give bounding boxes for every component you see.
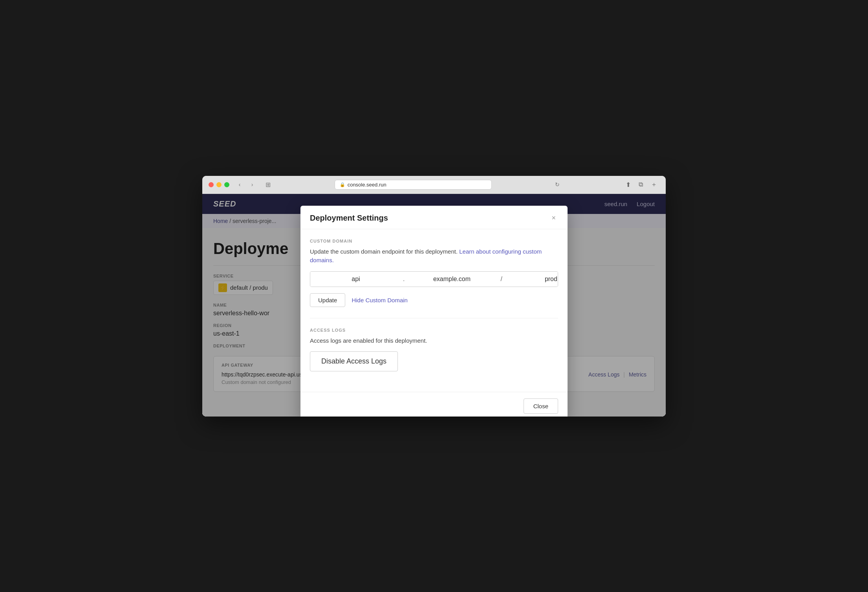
- custom-domain-section: CUSTOM DOMAIN Update the custom domain e…: [310, 239, 558, 307]
- custom-domain-desc-text: Update the custom domain endpoint for th…: [310, 248, 459, 255]
- deployment-settings-modal: Deployment Settings × CUSTOM DOMAIN Upda…: [300, 206, 568, 417]
- disable-access-logs-button[interactable]: Disable Access Logs: [310, 351, 398, 371]
- access-logs-description: Access logs are enabled for this deploym…: [310, 336, 558, 345]
- tabs-button[interactable]: ⧉: [636, 180, 645, 190]
- modal-footer-close-button[interactable]: Close: [524, 398, 558, 414]
- modal-body: CUSTOM DOMAIN Update the custom domain e…: [300, 229, 568, 392]
- custom-domain-buttons: Update Hide Custom Domain: [310, 293, 558, 307]
- address-bar: 🔒 console.seed.run: [335, 180, 492, 190]
- reload-button[interactable]: ↻: [553, 181, 562, 188]
- forward-button[interactable]: ›: [247, 180, 258, 189]
- custom-domain-description: Update the custom domain endpoint for th…: [310, 247, 558, 265]
- domain-suffix-input[interactable]: [505, 272, 558, 287]
- share-button[interactable]: ⬆: [623, 180, 633, 190]
- domain-input-row: . /: [310, 271, 558, 287]
- new-tab-button[interactable]: ＋: [648, 180, 659, 190]
- lock-icon: 🔒: [340, 182, 345, 187]
- modal-overlay: Deployment Settings × CUSTOM DOMAIN Upda…: [202, 194, 666, 417]
- modal-header: Deployment Settings ×: [300, 206, 568, 229]
- maximize-traffic-light[interactable]: [224, 182, 229, 187]
- minimize-traffic-light[interactable]: [216, 182, 222, 187]
- sidebar-toggle-button[interactable]: ⊞: [262, 180, 273, 189]
- custom-domain-title: CUSTOM DOMAIN: [310, 239, 558, 243]
- access-logs-title: ACCESS LOGS: [310, 328, 558, 333]
- domain-prefix-input[interactable]: [310, 272, 401, 287]
- domain-main-input[interactable]: [406, 272, 497, 287]
- update-domain-button[interactable]: Update: [310, 293, 345, 307]
- access-logs-section: ACCESS LOGS Access logs are enabled for …: [310, 328, 558, 372]
- url-text: console.seed.run: [348, 182, 386, 188]
- modal-footer: Close: [300, 392, 568, 417]
- section-divider: [310, 318, 558, 318]
- modal-title: Deployment Settings: [310, 214, 388, 223]
- browser-titlebar: ‹ › ⊞ 🔒 console.seed.run ↻ ⬆ ⧉ ＋: [202, 176, 666, 194]
- close-traffic-light[interactable]: [209, 182, 214, 187]
- nav-buttons: ‹ ›: [234, 180, 258, 189]
- traffic-lights: [209, 182, 229, 187]
- back-button[interactable]: ‹: [234, 180, 245, 189]
- domain-dot-separator: .: [401, 272, 406, 287]
- app-content: SEED seed.run Logout Home / serverless-p…: [202, 194, 666, 417]
- hide-custom-domain-button[interactable]: Hide Custom Domain: [350, 294, 409, 307]
- browser-actions: ⬆ ⧉ ＋: [623, 180, 659, 190]
- domain-slash-separator: /: [497, 272, 505, 287]
- modal-close-button[interactable]: ×: [549, 214, 558, 222]
